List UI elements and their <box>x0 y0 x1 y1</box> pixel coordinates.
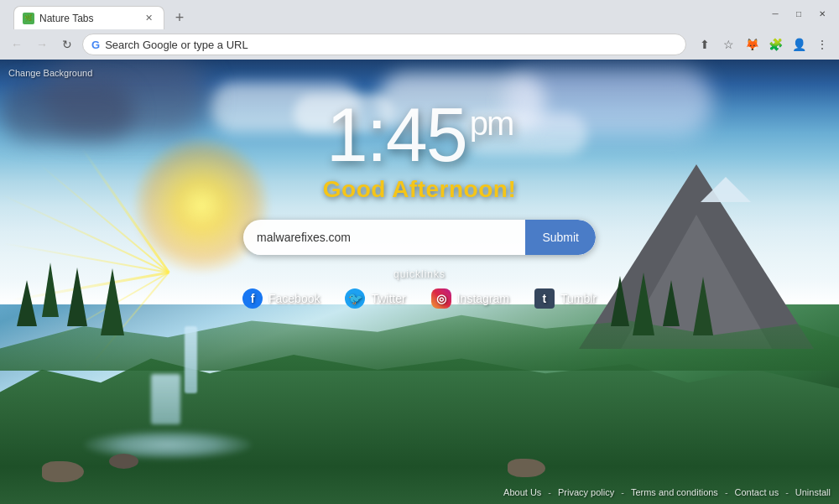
change-background-button[interactable]: Change Background <box>8 68 92 78</box>
footer-about-us[interactable]: About Us <box>503 487 541 497</box>
extension-fox-icon[interactable]: 🦊 <box>742 34 762 55</box>
tab-favicon: 🌿 <box>23 13 34 24</box>
tab-bar: 🌿 Nature Tabs ✕ + <box>7 6 191 29</box>
page-content: Change Background 1:45pm Good Afternoon!… <box>0 60 839 504</box>
footer-sep-1: - <box>548 487 551 497</box>
clock-area: 1:45pm Good Afternoon! <box>323 97 516 203</box>
footer-contact[interactable]: Contact us <box>735 487 779 497</box>
search-input[interactable] <box>243 231 525 244</box>
clock-display: 1:45pm <box>323 97 516 173</box>
toolbar-icons: ⬆ ☆ 🦊 🧩 👤 ⋮ <box>695 34 832 55</box>
instagram-icon: ◎ <box>431 288 451 309</box>
extensions-icon[interactable]: 🧩 <box>765 34 785 55</box>
quicklinks-label: quicklinks <box>393 268 446 280</box>
profile-icon[interactable]: 👤 <box>789 34 809 55</box>
greeting-text: Good Afternoon! <box>323 176 516 203</box>
back-button[interactable]: ← <box>7 34 27 55</box>
browser-content: Change Background 1:45pm Good Afternoon!… <box>0 60 839 504</box>
change-bg-label: Change Background <box>8 68 92 78</box>
clock-ampm: pm <box>470 105 513 142</box>
new-tab-button[interactable]: + <box>168 6 191 29</box>
address-input-wrap[interactable]: G Search Google or type a URL <box>82 34 686 55</box>
address-text: Search Google or type a URL <box>105 39 677 51</box>
menu-icon[interactable]: ⋮ <box>812 34 832 55</box>
quicklink-twitter[interactable]: 🐦 Twitter <box>345 288 405 309</box>
tab-title: Nature Tabs <box>39 13 137 24</box>
footer-sep-4: - <box>785 487 789 497</box>
facebook-icon: f <box>242 288 263 309</box>
footer-uninstall[interactable]: Uninstall <box>795 487 831 497</box>
quicklinks-row: f Facebook 🐦 Twitter ◎ Instagram t Tumbl… <box>242 288 597 309</box>
footer-sep-3: - <box>725 487 728 497</box>
twitter-label: Twitter <box>371 292 405 305</box>
chrome-window: 🌿 Nature Tabs ✕ + ─ □ ✕ ← → ↻ G Search G… <box>0 0 839 504</box>
address-bar: ← → ↻ G Search Google or type a URL ⬆ ☆ … <box>0 29 839 60</box>
minimize-button[interactable]: ─ <box>765 7 785 20</box>
share-icon[interactable]: ⬆ <box>695 34 715 55</box>
footer-terms[interactable]: Terms and conditions <box>631 487 718 497</box>
quicklink-tumblr[interactable]: t Tumblr <box>534 288 597 309</box>
window-controls: ─ □ ✕ <box>765 7 832 20</box>
footer: About Us - Privacy policy - Terms and co… <box>503 487 831 497</box>
instagram-label: Instagram <box>457 292 509 305</box>
google-logo: G <box>91 39 100 51</box>
refresh-button[interactable]: ↻ <box>57 34 77 55</box>
quicklink-facebook[interactable]: f Facebook <box>242 288 320 309</box>
bookmark-icon[interactable]: ☆ <box>718 34 738 55</box>
footer-privacy-policy[interactable]: Privacy policy <box>558 487 614 497</box>
twitter-icon: 🐦 <box>345 288 365 309</box>
clock-time-value: 1:45 <box>326 93 466 177</box>
close-button[interactable]: ✕ <box>812 7 832 20</box>
tumblr-icon: t <box>534 288 555 309</box>
forward-button[interactable]: → <box>32 34 52 55</box>
title-bar: 🌿 Nature Tabs ✕ + ─ □ ✕ <box>0 0 839 29</box>
quicklink-instagram[interactable]: ◎ Instagram <box>431 288 509 309</box>
tumblr-label: Tumblr <box>560 292 597 305</box>
active-tab[interactable]: 🌿 Nature Tabs ✕ <box>13 6 164 29</box>
footer-sep-2: - <box>621 487 624 497</box>
tab-close-button[interactable]: ✕ <box>142 12 155 25</box>
search-bar: Submit <box>243 220 596 255</box>
maximize-button[interactable]: □ <box>789 7 809 20</box>
facebook-label: Facebook <box>268 292 320 305</box>
search-submit-button[interactable]: Submit <box>525 220 596 255</box>
